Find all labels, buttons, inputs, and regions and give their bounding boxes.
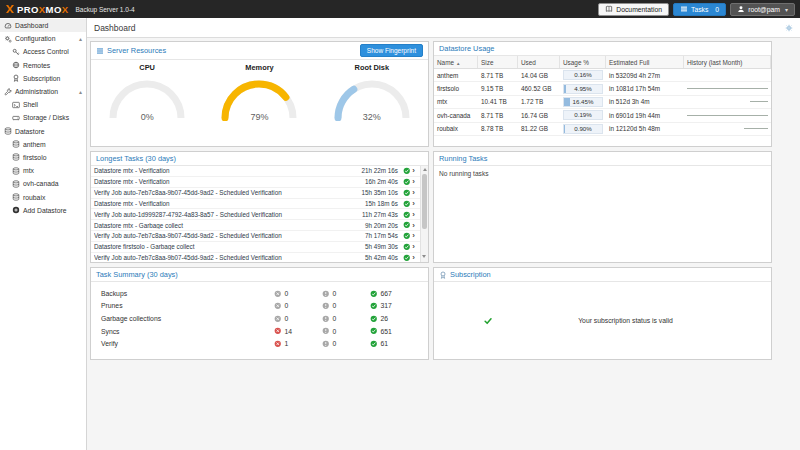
task-duration: 15h 18m 6s	[365, 200, 398, 207]
sidebar-item-shell[interactable]: Shell	[0, 98, 86, 111]
ok-count-cell: 26	[370, 315, 418, 323]
longest-task-row[interactable]: Datastore mtx - Verification15h 18m 6s›	[91, 199, 420, 210]
running-tasks-title: Running Tasks	[439, 154, 487, 163]
sidebar-item-storage-disks[interactable]: Storage / Disks	[0, 111, 86, 124]
sidebar-item-datastore[interactable]: Datastore	[0, 125, 86, 138]
database-icon	[12, 153, 20, 161]
datastore-row-roubaix[interactable]: roubaix8.78 TB81.22 GB0.90%in 12120d 5h …	[434, 123, 771, 136]
warning-status-icon	[322, 327, 330, 335]
datastore-row-firstsolo[interactable]: firstsolo9.15 TB460.52 GB4.95%in 1081d 1…	[434, 82, 771, 95]
task-ok-icon	[403, 243, 411, 251]
sidebar-item-label: Add Datastore	[23, 207, 66, 214]
database-icon	[12, 180, 20, 188]
documentation-button[interactable]: Documentation	[598, 3, 669, 16]
sidebar-item-ovh-canada[interactable]: ovh-canada	[0, 177, 86, 190]
longest-task-row[interactable]: Datastore mtx - Garbage collect9h 20m 20…	[91, 220, 420, 231]
task-summary-title: Task Summary (30 days)	[96, 270, 178, 279]
task-ok-icon	[403, 232, 411, 240]
open-task-chevron[interactable]: ›	[410, 222, 417, 229]
column-header-history-last-month[interactable]: History (last Month)	[684, 56, 771, 68]
warning-count: 0	[333, 302, 337, 309]
user-menu-button[interactable]: root@pam ▾	[730, 3, 795, 16]
task-summary-row-backups[interactable]: Backups00667	[91, 287, 428, 300]
task-summary-row-prunes[interactable]: Prunes00317	[91, 300, 428, 313]
open-task-chevron[interactable]: ›	[410, 254, 417, 261]
longest-task-row[interactable]: Datastore mtx - Verification16h 2m 40s›	[91, 177, 420, 188]
datastore-row-ovh-canada[interactable]: ovh-canada8.71 TB16.74 GB0.19%in 6901d 1…	[434, 109, 771, 122]
open-task-chevron[interactable]: ›	[410, 232, 417, 239]
task-ok-icon	[403, 178, 411, 186]
longest-task-row[interactable]: Verify Job auto-1d999287-4792-4a83-8a57 …	[91, 209, 420, 220]
column-header-used[interactable]: Used	[518, 56, 560, 68]
sidebar-item-mtx[interactable]: mtx	[0, 164, 86, 177]
product-subtitle: Backup Server 1.0-4	[75, 6, 134, 13]
error-count: 0	[285, 302, 289, 309]
task-type-label: Backups	[101, 290, 274, 297]
sidebar-item-add-datastore[interactable]: Add Datastore	[0, 204, 86, 217]
brand-text: PROXMOX	[17, 4, 68, 15]
open-task-chevron[interactable]: ›	[410, 167, 417, 174]
sidebar-item-subscription[interactable]: Subscription	[0, 72, 86, 85]
ribbon-icon	[12, 74, 20, 82]
error-count: 14	[285, 328, 293, 335]
sidebar-item-access-control[interactable]: Access Control	[0, 45, 86, 58]
open-task-chevron[interactable]: ›	[410, 200, 417, 207]
task-type-label: Verify	[101, 340, 274, 347]
show-fingerprint-button[interactable]: Show Fingerprint	[360, 44, 423, 57]
running-tasks-panel: Running Tasks No running tasks	[433, 151, 772, 263]
sidebar-item-dashboard[interactable]: Dashboard	[0, 19, 86, 32]
longest-task-row[interactable]: Datastore mtx - Verification21h 22m 16s›	[91, 166, 420, 177]
collapse-arrow-icon[interactable]: ▴	[79, 35, 82, 42]
datastore-row-mtx[interactable]: mtx10.41 TB1.72 TB16.45%in 512d 3h 4m	[434, 96, 771, 109]
datastore-used: 14.04 GB	[518, 72, 560, 79]
wrench-icon	[4, 88, 12, 96]
sidebar-item-remotes[interactable]: Remotes	[0, 59, 86, 72]
open-task-chevron[interactable]: ›	[410, 178, 417, 185]
tasks-count-badge: 0	[711, 6, 719, 13]
scroll-down-arrow[interactable]	[422, 255, 426, 258]
datastore-usage-cell: 0.19%	[560, 110, 606, 120]
sidebar-item-label: mtx	[23, 167, 34, 174]
sidebar-item-anthem[interactable]: anthem	[0, 138, 86, 151]
gauge-icon	[4, 22, 12, 30]
scrollbar-thumb[interactable]	[422, 174, 427, 229]
dashboard-settings-gear-icon[interactable]	[785, 24, 793, 32]
scrollbar[interactable]	[420, 166, 428, 262]
task-summary-row-syncs[interactable]: Syncs140651	[91, 325, 428, 338]
column-header-size[interactable]: Size	[478, 56, 518, 68]
column-header-name[interactable]: Name▲	[434, 56, 478, 68]
task-ok-icon	[403, 189, 411, 197]
error-count-cell: 14	[274, 327, 322, 335]
column-header-estimated-full[interactable]: Estimated Full	[606, 56, 684, 68]
open-task-chevron[interactable]: ›	[410, 243, 417, 250]
longest-task-row[interactable]: Verify Job auto-7eb7c8aa-9b07-45dd-9ad2 …	[91, 253, 420, 262]
longest-task-row[interactable]: Datastore firstsolo - Garbage collect5h …	[91, 242, 420, 253]
plus-circle-icon	[12, 206, 20, 214]
longest-task-row[interactable]: Verify Job auto-7eb7c8aa-9b07-45dd-9ad2 …	[91, 231, 420, 242]
task-summary-row-garbage-collections[interactable]: Garbage collections0026	[91, 312, 428, 325]
sidebar-item-firstsolo[interactable]: firstsolo	[0, 151, 86, 164]
error-count: 0	[285, 315, 289, 322]
estimated-full: in 1081d 17h 54m	[606, 85, 684, 92]
tasks-label: Tasks	[691, 6, 708, 13]
tasks-button[interactable]: Tasks 0	[673, 3, 726, 16]
datastore-size: 8.71 TB	[478, 112, 518, 119]
terminal-icon	[12, 101, 20, 109]
open-task-chevron[interactable]: ›	[410, 189, 417, 196]
usage-bar: 0.90%	[563, 124, 603, 134]
collapse-arrow-icon[interactable]: ▴	[79, 88, 82, 95]
usage-percent: 4.95%	[564, 85, 602, 94]
open-task-chevron[interactable]: ›	[410, 211, 417, 218]
datastore-size: 8.78 TB	[478, 125, 518, 132]
sidebar-item-administration[interactable]: Administration▴	[0, 85, 86, 98]
sidebar-item-configuration[interactable]: Configuration▴	[0, 32, 86, 45]
sidebar-item-roubaix[interactable]: roubaix	[0, 190, 86, 203]
history-sparkline	[684, 88, 771, 89]
scroll-up-arrow[interactable]	[423, 168, 427, 171]
longest-task-row[interactable]: Verify Job auto-7eb7c8aa-9b07-45dd-9ad2 …	[91, 188, 420, 199]
task-summary-row-verify[interactable]: Verify1061	[91, 337, 428, 350]
user-icon	[737, 5, 745, 13]
datastore-row-anthem[interactable]: anthem8.71 TB14.04 GB0.16%in 53209d 4h 2…	[434, 69, 771, 82]
ok-count: 317	[381, 302, 392, 309]
column-header-usage[interactable]: Usage %	[560, 56, 606, 68]
